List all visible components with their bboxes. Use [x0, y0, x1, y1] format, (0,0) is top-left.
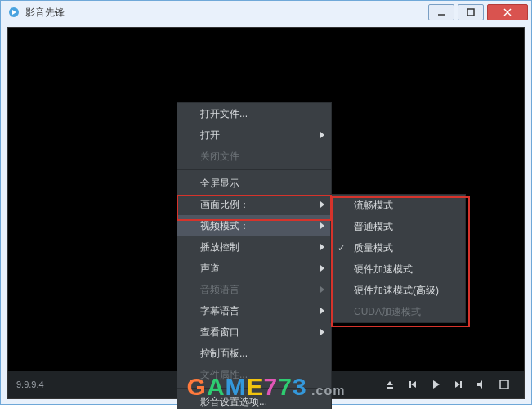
submenu-item-label: 普通模式 [354, 221, 393, 232]
menu-item: 文件属性... [177, 364, 331, 385]
menu-item[interactable]: 全屏显示 [177, 173, 331, 194]
submenu-arrow-icon [320, 265, 324, 272]
svg-rect-12 [460, 381, 462, 388]
menu-item-label: 字幕语言 [200, 305, 239, 317]
menu-separator [177, 169, 331, 170]
submenu-arrow-icon [320, 308, 324, 314]
menu-item-label: 打开文件... [200, 108, 248, 119]
svg-rect-9 [409, 381, 411, 388]
submenu-item[interactable]: ✓质量模式 [331, 237, 465, 258]
submenu-item-label: 流畅模式 [354, 200, 393, 211]
submenu-item[interactable]: 硬件加速模式 [331, 258, 465, 280]
svg-marker-8 [411, 381, 416, 388]
menu-item: 关闭文件 [177, 146, 331, 167]
menu-item-label: 画面比例： [200, 199, 249, 210]
menu-item-label: 音频语言 [200, 284, 239, 295]
submenu-item[interactable]: 普通模式 [331, 216, 465, 237]
submenu-item: CUDA加速模式 [331, 301, 465, 322]
prev-icon[interactable] [404, 375, 422, 393]
submenu-item-label: 硬件加速模式(高级) [354, 285, 439, 296]
menu-item[interactable]: 查看窗口 [177, 321, 331, 343]
submenu-arrow-icon [320, 286, 324, 293]
submenu-item[interactable]: 流畅模式 [331, 195, 465, 216]
submenu-item-label: CUDA加速模式 [354, 306, 421, 317]
menu-item[interactable]: 打开 [177, 124, 331, 146]
menu-item-label: 声道 [200, 263, 220, 274]
submenu-arrow-icon [320, 329, 324, 335]
menu-item-label: 查看窗口 [200, 326, 239, 338]
window-title: 影音先锋 [25, 6, 65, 20]
svg-marker-10 [433, 380, 440, 389]
play-icon[interactable] [427, 375, 445, 393]
version-label: 9.9.9.4 [16, 380, 44, 389]
volume-icon[interactable] [472, 375, 490, 393]
check-icon: ✓ [338, 237, 345, 258]
menu-item-label: 视频模式： [200, 220, 249, 231]
maximize-button[interactable] [458, 4, 484, 20]
context-menu[interactable]: 打开文件...打开关闭文件全屏显示画面比例：视频模式：播放控制声道音频语言字幕语… [177, 102, 332, 409]
video-mode-submenu[interactable]: 流畅模式普通模式✓质量模式硬件加速模式硬件加速模式(高级)CUDA加速模式 [330, 194, 466, 323]
next-icon[interactable] [449, 375, 467, 393]
menu-separator [177, 388, 331, 389]
menu-item-label: 播放控制 [200, 241, 239, 253]
menu-item-label: 文件属性... [200, 369, 248, 380]
submenu-item-label: 硬件加速模式 [354, 263, 413, 275]
submenu-item[interactable]: 硬件加速模式(高级) [331, 280, 465, 301]
menu-item[interactable]: 影音设置选项... [177, 391, 331, 409]
submenu-arrow-icon [320, 201, 324, 208]
menu-item-label: 全屏显示 [200, 178, 239, 189]
svg-rect-7 [387, 387, 393, 389]
svg-rect-3 [467, 9, 474, 16]
menu-item[interactable]: 控制面板... [177, 343, 331, 364]
menu-item[interactable]: 视频模式： [177, 215, 331, 236]
submenu-arrow-icon [320, 222, 324, 229]
submenu-arrow-icon [320, 244, 324, 250]
menu-item[interactable]: 声道 [177, 258, 331, 279]
svg-marker-11 [455, 381, 460, 388]
svg-rect-14 [500, 380, 508, 389]
menu-item-label: 控制面板... [200, 348, 248, 359]
menu-item-label: 关闭文件 [200, 151, 239, 162]
menu-item-label: 影音设置选项... [200, 396, 267, 407]
menu-item[interactable]: 播放控制 [177, 236, 331, 258]
eject-icon[interactable] [381, 375, 399, 393]
submenu-item-label: 质量模式 [354, 242, 393, 254]
submenu-arrow-icon [320, 132, 324, 138]
svg-marker-13 [477, 380, 482, 389]
titlebar[interactable]: 影音先锋 [1, 1, 531, 24]
close-button[interactable] [487, 4, 528, 20]
menu-item[interactable]: 打开文件... [177, 103, 331, 124]
fullscreen-icon[interactable] [495, 375, 513, 393]
app-icon [7, 6, 20, 19]
menu-item-label: 打开 [200, 129, 220, 141]
minimize-button[interactable] [428, 4, 454, 20]
svg-marker-6 [387, 381, 393, 385]
menu-item[interactable]: 字幕语言 [177, 300, 331, 321]
menu-item[interactable]: 画面比例： [177, 194, 331, 215]
menu-item: 音频语言 [177, 279, 331, 300]
